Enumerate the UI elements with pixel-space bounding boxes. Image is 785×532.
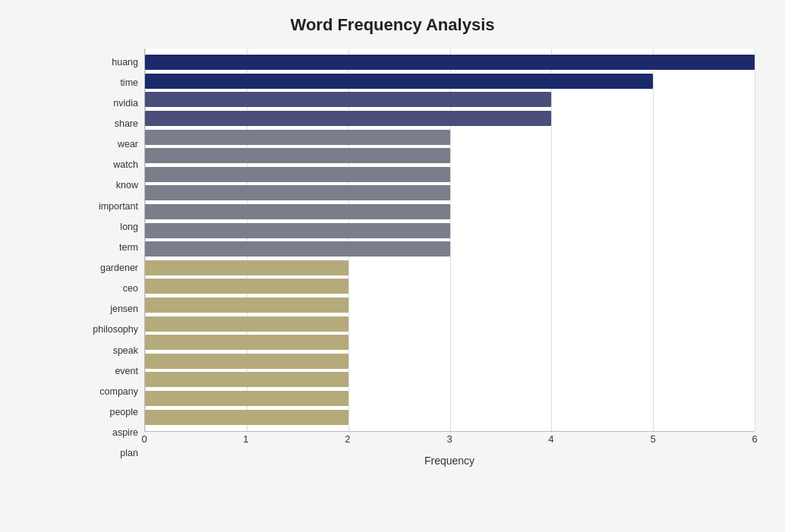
bar-speak xyxy=(145,316,348,332)
x-axis-title: Frequency xyxy=(144,455,755,467)
y-label-ceo: ceo xyxy=(76,280,144,297)
x-ticks-row: 0123456 xyxy=(144,433,755,452)
y-label-event: event xyxy=(76,363,144,379)
y-label-gardener: gardener xyxy=(76,260,144,276)
y-label-time: time xyxy=(76,74,144,91)
bar-gardener xyxy=(145,241,450,257)
bar-know xyxy=(145,167,450,182)
bar-long xyxy=(145,204,450,219)
bars-flex xyxy=(145,49,755,431)
x-tick-2: 2 xyxy=(345,433,350,445)
bar-watch xyxy=(145,148,450,163)
y-label-huang: huang xyxy=(76,54,144,71)
y-label-company: company xyxy=(76,383,144,400)
bar-aspire xyxy=(145,391,348,406)
y-label-watch: watch xyxy=(76,156,144,173)
x-tick-1: 1 xyxy=(243,433,248,445)
y-label-nvidia: nvidia xyxy=(76,95,144,112)
y-label-term: term xyxy=(76,239,144,256)
y-label-speak: speak xyxy=(76,342,144,359)
bar-plan xyxy=(145,410,348,425)
y-label-aspire: aspire xyxy=(76,424,144,441)
bar-wear xyxy=(145,130,450,145)
y-label-philosophy: philosophy xyxy=(76,321,144,338)
chart-body: huangtimenvidiasharewearwatchknowimporta… xyxy=(76,49,755,467)
y-axis-labels: huangtimenvidiasharewearwatchknowimporta… xyxy=(76,49,144,467)
y-label-jensen: jensen xyxy=(76,301,144,317)
y-label-know: know xyxy=(76,177,144,194)
x-tick-0: 0 xyxy=(141,433,147,445)
bar-nvidia xyxy=(145,92,551,107)
bar-term xyxy=(145,223,450,238)
bar-time xyxy=(145,74,653,89)
bar-share xyxy=(145,111,551,126)
y-label-people: people xyxy=(76,404,144,420)
y-label-wear: wear xyxy=(76,136,144,153)
chart-container: Word Frequency Analysis huangtimenvidias… xyxy=(0,0,785,532)
bar-important xyxy=(145,185,450,200)
right-col: 0123456 Frequency xyxy=(144,49,755,467)
y-label-important: important xyxy=(76,198,144,215)
y-label-share: share xyxy=(76,115,144,132)
x-tick-6: 6 xyxy=(752,433,757,445)
x-tick-3: 3 xyxy=(446,433,452,445)
bars-grid-area xyxy=(144,49,755,432)
chart-title: Word Frequency Analysis xyxy=(30,15,755,35)
bar-ceo xyxy=(145,260,348,275)
bar-jensen xyxy=(145,279,348,294)
y-label-long: long xyxy=(76,219,144,235)
bar-philosophy xyxy=(145,297,348,313)
bar-huang xyxy=(145,55,755,70)
bar-company xyxy=(145,354,348,369)
grid-line-6 xyxy=(755,49,755,431)
bar-event xyxy=(145,335,348,350)
bar-people xyxy=(145,372,348,387)
y-label-plan: plan xyxy=(76,445,144,461)
x-tick-4: 4 xyxy=(548,433,553,445)
x-tick-5: 5 xyxy=(650,433,655,445)
